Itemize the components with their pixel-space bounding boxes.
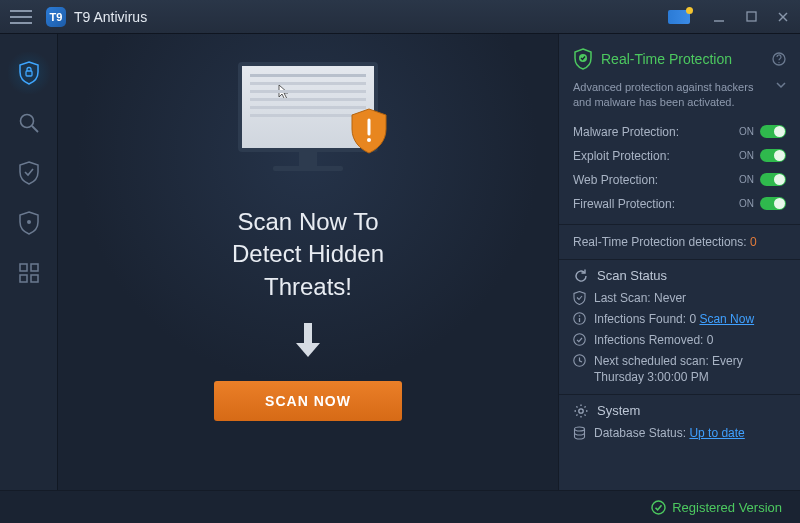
title-bar: T9 T9 Antivirus bbox=[0, 0, 800, 34]
shield-alert-icon bbox=[349, 108, 389, 154]
sidebar-item-home[interactable] bbox=[8, 52, 50, 94]
help-icon[interactable] bbox=[772, 52, 786, 66]
toggle-firewall-protection: Firewall Protection: ON bbox=[573, 192, 786, 216]
toggle-exploit-switch[interactable] bbox=[760, 149, 786, 162]
notification-badge-icon[interactable] bbox=[668, 10, 690, 24]
svg-rect-11 bbox=[31, 275, 38, 282]
sidebar-item-scan[interactable] bbox=[8, 102, 50, 144]
db-status-label: Database Status: bbox=[594, 426, 686, 440]
svg-point-18 bbox=[579, 315, 581, 317]
minimize-button[interactable] bbox=[710, 8, 728, 26]
shield-dot-icon bbox=[18, 211, 40, 235]
sidebar-item-protection[interactable] bbox=[8, 152, 50, 194]
check-circle-icon bbox=[573, 333, 586, 346]
headline-line1: Scan Now To bbox=[232, 206, 384, 238]
svg-rect-8 bbox=[20, 264, 27, 271]
toggle-malware-protection: Malware Protection: ON bbox=[573, 120, 786, 144]
svg-rect-1 bbox=[747, 12, 756, 21]
registered-version-label: Registered Version bbox=[672, 500, 782, 515]
scan-now-link[interactable]: Scan Now bbox=[699, 312, 754, 326]
next-scan-label: Next scheduled scan: bbox=[594, 354, 709, 368]
svg-point-22 bbox=[579, 408, 583, 412]
shield-lock-icon bbox=[18, 61, 40, 85]
toggle-web-state: ON bbox=[739, 174, 754, 185]
refresh-icon bbox=[573, 268, 589, 284]
app-title: T9 Antivirus bbox=[74, 9, 668, 25]
svg-point-24 bbox=[652, 501, 665, 514]
main-panel: Scan Now To Detect Hidden Threats! SCAN … bbox=[58, 34, 558, 490]
toggle-web-protection: Web Protection: ON bbox=[573, 168, 786, 192]
app-logo-icon: T9 bbox=[46, 7, 66, 27]
rtp-detections: Real-Time Protection detections: 0 bbox=[573, 233, 786, 251]
svg-rect-10 bbox=[20, 275, 27, 282]
toggle-exploit-label: Exploit Protection: bbox=[573, 149, 670, 163]
svg-rect-9 bbox=[31, 264, 38, 271]
status-panel: Real-Time Protection Advanced protection… bbox=[558, 34, 800, 490]
infections-found-label: Infections Found: bbox=[594, 312, 686, 326]
stat-last-scan: Last Scan: Never bbox=[573, 290, 786, 306]
close-button[interactable] bbox=[774, 8, 792, 26]
headline: Scan Now To Detect Hidden Threats! bbox=[232, 206, 384, 303]
sidebar-item-tools[interactable] bbox=[8, 252, 50, 294]
last-scan-value: Never bbox=[654, 291, 686, 305]
rtp-description: Advanced protection against hackers and … bbox=[573, 80, 770, 110]
stat-next-scan: Next scheduled scan: Every Thursday 3:00… bbox=[573, 353, 786, 385]
shield-small-icon bbox=[573, 291, 586, 305]
rtp-title: Real-Time Protection bbox=[601, 51, 764, 67]
sidebar-item-quarantine[interactable] bbox=[8, 202, 50, 244]
db-status-link[interactable]: Up to date bbox=[689, 426, 744, 440]
footer: Registered Version bbox=[0, 490, 800, 523]
arrow-down-icon bbox=[293, 321, 323, 359]
infections-found-value: 0 bbox=[689, 312, 696, 326]
infections-removed-label: Infections Removed: bbox=[594, 333, 703, 347]
maximize-button[interactable] bbox=[742, 8, 760, 26]
last-scan-label: Last Scan: bbox=[594, 291, 651, 305]
stat-infections-found: Infections Found: 0 Scan Now bbox=[573, 311, 786, 327]
clock-icon bbox=[573, 354, 586, 367]
rtp-detections-label: Real-Time Protection detections: bbox=[573, 235, 747, 249]
info-icon bbox=[573, 312, 586, 325]
toggle-firewall-label: Firewall Protection: bbox=[573, 197, 675, 211]
cursor-icon bbox=[278, 84, 290, 100]
svg-point-23 bbox=[575, 427, 585, 431]
toggle-web-switch[interactable] bbox=[760, 173, 786, 186]
system-title: System bbox=[597, 403, 640, 418]
shield-check-icon bbox=[18, 161, 40, 185]
svg-rect-4 bbox=[26, 71, 32, 76]
rtp-detections-count: 0 bbox=[750, 235, 757, 249]
gear-icon bbox=[573, 403, 589, 419]
chevron-down-icon bbox=[776, 80, 786, 90]
hero-monitor-illustration bbox=[233, 62, 383, 182]
toggle-firewall-switch[interactable] bbox=[760, 197, 786, 210]
stat-db-status: Database Status: Up to date bbox=[573, 425, 786, 441]
rtp-description-row[interactable]: Advanced protection against hackers and … bbox=[573, 80, 786, 110]
svg-line-6 bbox=[32, 126, 38, 132]
svg-point-20 bbox=[574, 334, 585, 345]
sidebar bbox=[0, 34, 58, 490]
stat-infections-removed: Infections Removed: 0 bbox=[573, 332, 786, 348]
database-icon bbox=[573, 426, 586, 440]
toggle-web-label: Web Protection: bbox=[573, 173, 658, 187]
svg-point-16 bbox=[778, 62, 779, 63]
headline-line2: Detect Hidden bbox=[232, 238, 384, 270]
scan-status-title: Scan Status bbox=[597, 268, 667, 283]
toggle-firewall-state: ON bbox=[739, 198, 754, 209]
toggle-malware-label: Malware Protection: bbox=[573, 125, 679, 139]
menu-hamburger-icon[interactable] bbox=[10, 6, 32, 28]
toggle-exploit-protection: Exploit Protection: ON bbox=[573, 144, 786, 168]
toggle-exploit-state: ON bbox=[739, 150, 754, 161]
headline-line3: Threats! bbox=[232, 271, 384, 303]
scan-now-button[interactable]: SCAN NOW bbox=[214, 381, 402, 421]
check-circle-green-icon bbox=[651, 500, 666, 515]
toggle-malware-state: ON bbox=[739, 126, 754, 137]
svg-point-5 bbox=[20, 115, 33, 128]
search-icon bbox=[18, 112, 40, 134]
svg-rect-13 bbox=[304, 323, 312, 343]
shield-check-green-icon bbox=[573, 48, 593, 70]
infections-removed-value: 0 bbox=[707, 333, 714, 347]
grid-icon bbox=[19, 263, 39, 283]
svg-point-12 bbox=[367, 138, 371, 142]
svg-point-7 bbox=[27, 220, 31, 224]
toggle-malware-switch[interactable] bbox=[760, 125, 786, 138]
